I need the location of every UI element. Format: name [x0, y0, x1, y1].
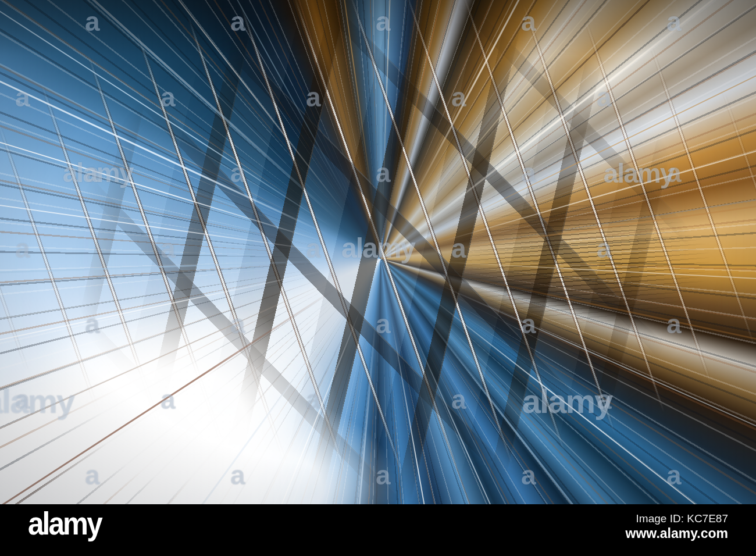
watermark-letter: a [15, 235, 30, 262]
watermark-letter: a [230, 159, 245, 186]
watermark-letter: a [230, 462, 245, 489]
watermark-letter: a [597, 84, 612, 111]
watermark-letter: a [521, 311, 536, 337]
alamy-stock-photo-page: aaaaaaaaaaaaaaaaaaaaaaaaaaaaaaaaaaaalamy… [0, 0, 756, 556]
alamy-url-text: www.alamy.com [626, 526, 728, 541]
watermark-letter: a [376, 311, 391, 337]
watermark-word: alamy [63, 159, 133, 186]
watermark-letter: a [306, 386, 321, 413]
footer-credit-text: Image ID: KC7E87 www.alamy.com [626, 512, 728, 541]
watermark-letter: a [306, 235, 321, 262]
watermark-word: alamy [341, 234, 415, 262]
footer-credit-bar: alamy Image ID: KC7E87 www.alamy.com [0, 504, 756, 556]
alamy-logo: alamy [28, 504, 101, 542]
watermark-letter: a [161, 235, 176, 262]
watermark-letter: a [521, 8, 536, 35]
watermark-letter: a [376, 8, 391, 35]
watermark-letter: a [230, 8, 245, 35]
watermark-letter: a [376, 159, 391, 186]
watermark-word: alamy [604, 160, 673, 187]
watermark-letter: a [451, 84, 466, 111]
watermark-letter: a [230, 311, 245, 337]
watermark-word: alamy [0, 384, 74, 418]
watermark-letter: a [85, 462, 100, 489]
stock-photo: aaaaaaaaaaaaaaaaaaaaaaaaaaaaaaaaaaaalamy… [0, 0, 756, 504]
watermark-letter: a [666, 311, 682, 337]
watermark-word: alamy [522, 384, 612, 418]
watermark-letter: a [161, 386, 176, 413]
watermark-letter: a [451, 386, 466, 413]
watermark-letter: a [521, 462, 536, 489]
watermark-letter: a [306, 84, 321, 111]
watermark-letter: a [85, 311, 100, 337]
watermark-letter: a [376, 462, 391, 489]
watermark-letter: a [161, 84, 176, 111]
image-id-text: Image ID: KC7E87 [626, 512, 728, 526]
watermark-letter: a [85, 8, 100, 35]
watermark-letter: a [666, 462, 682, 489]
watermark-layer: aaaaaaaaaaaaaaaaaaaaaaaaaaaaaaaaaaaalamy… [0, 0, 756, 504]
watermark-letter: a [451, 235, 466, 262]
watermark-letter: a [521, 159, 536, 186]
watermark-letter: a [15, 84, 30, 111]
watermark-letter: a [666, 8, 682, 35]
watermark-letter: a [597, 235, 612, 262]
